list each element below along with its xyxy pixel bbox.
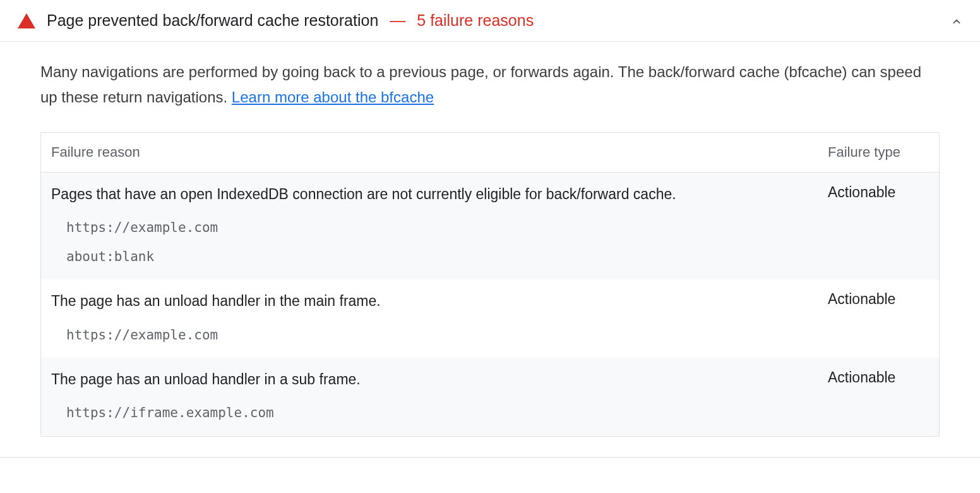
bfcache-audit-panel: Page prevented back/forward cache restor…	[0, 0, 980, 458]
audit-header[interactable]: Page prevented back/forward cache restor…	[0, 0, 980, 42]
url-item: about:blank	[66, 247, 929, 267]
description-text: Many navigations are performed by going …	[40, 63, 921, 106]
chevron-up-icon[interactable]	[951, 15, 962, 27]
failure-type: Actionable	[828, 369, 929, 386]
col-header-reason: Failure reason	[51, 144, 828, 161]
dash-separator: —	[390, 11, 405, 30]
failure-urls: https://example.com	[51, 326, 929, 346]
failure-table: Failure reason Failure type Pages that h…	[40, 132, 940, 437]
warning-triangle-icon	[18, 13, 35, 28]
table-row: The page has an unload handler in a sub …	[41, 358, 939, 436]
failure-type: Actionable	[828, 184, 929, 201]
table-header: Failure reason Failure type	[41, 133, 939, 173]
failure-reason: The page has an unload handler in a sub …	[51, 369, 828, 389]
learn-more-link[interactable]: Learn more about the bfcache	[232, 88, 434, 106]
url-item: https://example.com	[66, 326, 929, 346]
audit-title: Page prevented back/forward cache restor…	[47, 11, 378, 30]
failure-summary: 5 failure reasons	[417, 11, 534, 30]
failure-urls: https://example.com about:blank	[51, 218, 929, 267]
table-row: Pages that have an open IndexedDB connec…	[41, 173, 939, 279]
audit-description: Many navigations are performed by going …	[40, 59, 940, 109]
failure-type: Actionable	[828, 291, 929, 308]
failure-reason: The page has an unload handler in the ma…	[51, 291, 828, 311]
failure-urls: https://iframe.example.com	[51, 403, 929, 423]
url-item: https://iframe.example.com	[66, 403, 929, 423]
audit-title-block: Page prevented back/forward cache restor…	[47, 11, 940, 30]
col-header-type: Failure type	[828, 144, 929, 161]
table-row: The page has an unload handler in the ma…	[41, 279, 939, 358]
failure-reason: Pages that have an open IndexedDB connec…	[51, 184, 828, 204]
audit-body: Many navigations are performed by going …	[0, 42, 980, 457]
url-item: https://example.com	[66, 218, 929, 238]
